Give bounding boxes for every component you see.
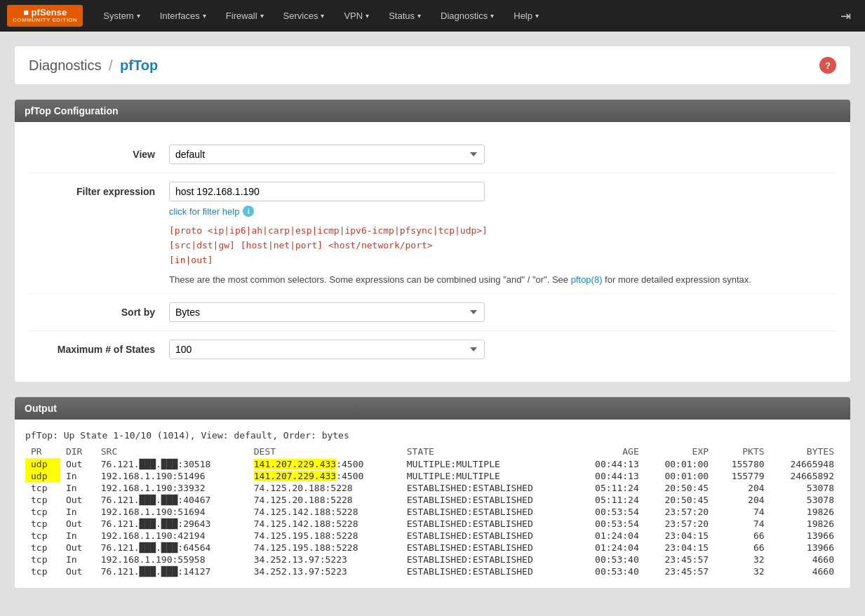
cell-pr: tcp (25, 494, 60, 506)
table-row: tcpIn192.168.1.190:3393274.125.20.188:52… (25, 482, 840, 494)
caret-icon: ▾ (490, 12, 494, 20)
cell-state: ESTABLISHED:ESTABLISHED (401, 554, 575, 565)
col-pr: PR (25, 445, 60, 458)
syntax-line-2: [src|dst|gw] [host|net|port] <host/netwo… (169, 239, 836, 253)
output-body: pfTop: Up State 1-10/10 (1014), View: de… (15, 420, 850, 588)
cell-pr: tcp (25, 518, 60, 530)
pftop-link[interactable]: pftop(8) (571, 274, 603, 285)
cell-dir: In (60, 554, 95, 565)
brand-name: ■ pfSense (23, 8, 67, 18)
cell-age: 00:53:54 (575, 506, 644, 518)
col-exp: EXP (645, 445, 714, 458)
cell-state: MULTIPLE:MULTIPLE (401, 458, 575, 470)
cell-dest: 74.125.142.188:5228 (248, 518, 401, 530)
nav-system[interactable]: System ▾ (93, 0, 149, 32)
cell-src: 76.121.███.███:30518 (95, 458, 248, 470)
nav-status[interactable]: Status ▾ (379, 0, 431, 32)
cell-bytes: 4660 (770, 554, 840, 565)
cell-state: ESTABLISHED:ESTABLISHED (401, 494, 575, 506)
output-title-line: pfTop: Up State 1-10/10 (1014), View: de… (25, 430, 840, 441)
cell-exp: 23:45:57 (645, 554, 714, 565)
cell-pkts: 74 (714, 518, 770, 530)
cell-dir: In (60, 506, 95, 518)
cell-dir: Out (60, 458, 95, 470)
cell-bytes: 53078 (770, 494, 840, 506)
caret-icon: ▾ (366, 12, 369, 20)
col-age: AGE (575, 445, 644, 458)
maxstates-row: Maximum # of States 100 (29, 331, 836, 368)
view-select[interactable]: default (169, 145, 485, 164)
sortby-select[interactable]: Bytes (169, 302, 485, 322)
caret-icon: ▾ (137, 12, 140, 20)
cell-exp: 00:01:00 (645, 470, 714, 482)
cell-exp: 23:45:57 (645, 565, 714, 577)
nav-firewall[interactable]: Firewall ▾ (216, 0, 274, 32)
caret-icon: ▾ (260, 12, 264, 20)
cell-src: 76.121.███.███:64564 (95, 542, 248, 554)
cell-dir: Out (60, 518, 95, 530)
table-row: tcpOut76.121.███.███:4046774.125.20.188:… (25, 494, 840, 506)
output-table: PR DIR SRC DEST STATE AGE EXP PKTS BYTES… (25, 445, 840, 577)
cell-src: 192.168.1.190:33932 (95, 482, 248, 494)
page-header: Diagnostics / pfTop ? (14, 46, 851, 85)
cell-bytes: 13966 (770, 530, 840, 542)
cell-dir: Out (60, 542, 95, 554)
config-panel: pfTop Configuration View default Filter … (14, 99, 851, 382)
filter-syntax: [proto <ip|ip6|ah|carp|esp|icmp|ipv6-icm… (169, 224, 836, 267)
syntax-line-1: [proto <ip|ip6|ah|carp|esp|icmp|ipv6-icm… (169, 224, 836, 239)
cell-state: ESTABLISHED:ESTABLISHED (401, 542, 575, 554)
community-edition: COMMUNITY EDITION (13, 18, 77, 24)
cell-pkts: 74 (714, 506, 770, 518)
cell-dest: 34.252.13.97:5223 (248, 565, 401, 577)
breadcrumb-separator: / (109, 58, 116, 73)
filter-label: Filter expression (29, 182, 169, 197)
table-row: tcpIn192.168.1.190:5595834.252.13.97:522… (25, 554, 840, 565)
info-icon: i (243, 206, 254, 217)
cell-dest: 74.125.142.188:5228 (248, 506, 401, 518)
cell-pkts: 32 (714, 554, 770, 565)
table-row: tcpOut76.121.███.███:1412734.252.13.97:5… (25, 565, 840, 577)
table-row: tcpOut76.121.███.███:2964374.125.142.188… (25, 518, 840, 530)
view-row: View default (29, 136, 836, 173)
output-panel: Output pfTop: Up State 1-10/10 (1014), V… (14, 396, 851, 589)
cell-exp: 23:57:20 (645, 506, 714, 518)
sortby-control: Bytes (169, 302, 836, 322)
nav-help[interactable]: Help ▾ (504, 0, 549, 32)
cell-age: 00:44:13 (575, 458, 644, 470)
filter-help-text: click for filter help (169, 206, 239, 217)
table-row: udpOut76.121.███.███:30518141.207.229.43… (25, 458, 840, 470)
logout-button[interactable]: ⇥ (833, 8, 858, 24)
caret-icon: ▾ (321, 12, 324, 20)
filter-control: click for filter help i [proto <ip|ip6|a… (169, 182, 836, 285)
maxstates-select[interactable]: 100 (169, 340, 485, 359)
breadcrumb-parent: Diagnostics (29, 58, 101, 73)
table-row: tcpOut76.121.███.███:6456474.125.195.188… (25, 542, 840, 554)
cell-pkts: 204 (714, 482, 770, 494)
cell-state: ESTABLISHED:ESTABLISHED (401, 482, 575, 494)
cell-bytes: 53078 (770, 482, 840, 494)
cell-exp: 00:01:00 (645, 458, 714, 470)
caret-icon: ▾ (417, 12, 421, 20)
cell-age: 00:53:40 (575, 554, 644, 565)
output-heading: Output (15, 397, 850, 420)
cell-pr: tcp (25, 530, 60, 542)
maxstates-label: Maximum # of States (29, 340, 169, 355)
cell-age: 05:11:24 (575, 494, 644, 506)
cell-pkts: 66 (714, 542, 770, 554)
cell-bytes: 19826 (770, 506, 840, 518)
nav-vpn[interactable]: VPN ▾ (334, 0, 379, 32)
cell-src: 76.121.███.███:14127 (95, 565, 248, 577)
cell-src: 192.168.1.190:55958 (95, 554, 248, 565)
filter-help-link[interactable]: click for filter help i (169, 206, 836, 217)
cell-bytes: 13966 (770, 542, 840, 554)
cell-dest: 74.125.195.188:5228 (248, 542, 401, 554)
nav-diagnostics[interactable]: Diagnostics ▾ (431, 0, 504, 32)
cell-src: 192.168.1.190:42194 (95, 530, 248, 542)
brand[interactable]: ■ pfSense COMMUNITY EDITION (7, 5, 83, 27)
cell-pr: tcp (25, 482, 60, 494)
filter-input[interactable] (169, 182, 485, 201)
nav-interfaces[interactable]: Interfaces ▾ (150, 0, 216, 32)
page-help-icon[interactable]: ? (819, 57, 836, 74)
nav-services[interactable]: Services ▾ (274, 0, 335, 32)
filter-row: Filter expression click for filter help … (29, 173, 836, 294)
